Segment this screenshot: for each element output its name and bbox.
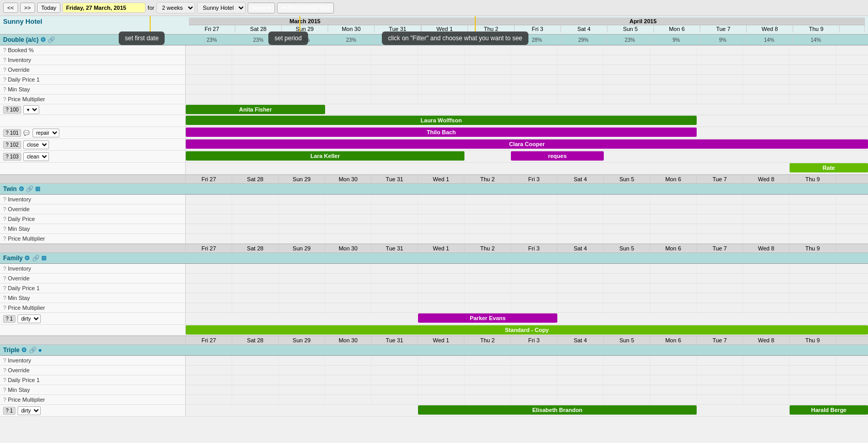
empty-cell[interactable]	[464, 234, 511, 243]
empty-cell[interactable]	[790, 204, 836, 214]
empty-cell[interactable]	[557, 204, 604, 214]
empty-cell[interactable]	[418, 234, 464, 243]
empty-cell[interactable]	[186, 234, 232, 243]
empty-cell[interactable]	[650, 395, 697, 404]
empty-cell[interactable]	[372, 45, 418, 55]
family-room-1-status[interactable]: dirty	[18, 314, 41, 323]
empty-cell[interactable]	[232, 214, 279, 224]
empty-cell[interactable]	[464, 356, 511, 365]
triple-settings-icon[interactable]: ⚙	[21, 346, 27, 354]
empty-cell[interactable]	[325, 274, 372, 283]
empty-cell[interactable]	[464, 204, 511, 214]
empty-cell[interactable]	[790, 375, 836, 385]
empty-cell[interactable]	[464, 366, 511, 375]
empty-cell[interactable]	[650, 94, 697, 104]
empty-cell[interactable]	[464, 65, 511, 74]
empty-cell[interactable]	[511, 94, 557, 104]
empty-cell[interactable]	[464, 303, 511, 312]
empty-cell[interactable]	[511, 195, 557, 204]
empty-cell[interactable]	[604, 65, 650, 74]
empty-cell[interactable]	[186, 45, 232, 55]
empty-cell[interactable]	[232, 224, 279, 233]
empty-cell[interactable]	[650, 234, 697, 243]
empty-cell[interactable]	[650, 224, 697, 233]
empty-cell[interactable]	[790, 395, 836, 404]
triple-link-icon[interactable]: 🔗	[29, 346, 37, 354]
empty-cell[interactable]	[557, 283, 604, 293]
empty-cell[interactable]	[232, 385, 279, 394]
empty-cell[interactable]	[464, 55, 511, 65]
empty-cell[interactable]	[650, 293, 697, 303]
empty-cell[interactable]	[418, 375, 464, 385]
family-link-icon[interactable]: 🔗	[32, 255, 40, 262]
empty-cell[interactable]	[232, 204, 279, 214]
empty-cell[interactable]	[790, 234, 836, 243]
empty-cell[interactable]	[790, 85, 836, 94]
empty-cell[interactable]	[697, 366, 743, 375]
empty-cell[interactable]	[790, 75, 836, 84]
empty-cell[interactable]	[232, 65, 279, 74]
empty-cell[interactable]	[743, 45, 790, 55]
triple-room-1-status[interactable]: dirty	[18, 406, 41, 415]
empty-cell[interactable]	[325, 366, 372, 375]
empty-cell[interactable]	[279, 395, 325, 404]
empty-cell[interactable]	[418, 366, 464, 375]
empty-cell[interactable]	[604, 195, 650, 204]
empty-cell[interactable]	[790, 224, 836, 233]
empty-cell[interactable]	[650, 214, 697, 224]
empty-cell[interactable]	[743, 234, 790, 243]
empty-cell[interactable]	[511, 234, 557, 243]
empty-cell[interactable]	[697, 224, 743, 233]
empty-cell[interactable]	[279, 45, 325, 55]
twin-link-icon[interactable]: 🔗	[26, 185, 34, 193]
empty-cell[interactable]	[279, 65, 325, 74]
empty-cell[interactable]	[557, 293, 604, 303]
clara-cooper-bar[interactable]: Clara Cooper	[186, 139, 868, 149]
empty-cell[interactable]	[790, 65, 836, 74]
empty-cell[interactable]	[650, 55, 697, 65]
empty-cell[interactable]	[325, 375, 372, 385]
empty-cell[interactable]	[604, 385, 650, 394]
empty-cell[interactable]	[604, 274, 650, 283]
empty-cell[interactable]	[418, 356, 464, 365]
twin-settings-icon[interactable]: ⚙	[19, 185, 24, 193]
empty-cell[interactable]	[511, 375, 557, 385]
empty-cell[interactable]	[697, 293, 743, 303]
empty-cell[interactable]	[325, 195, 372, 204]
empty-cell[interactable]	[511, 85, 557, 94]
settings-icon[interactable]: ⚙	[40, 36, 46, 43]
empty-cell[interactable]	[650, 45, 697, 55]
empty-cell[interactable]	[372, 375, 418, 385]
empty-cell[interactable]	[186, 366, 232, 375]
empty-cell[interactable]	[743, 293, 790, 303]
empty-cell[interactable]	[557, 65, 604, 74]
empty-cell[interactable]	[232, 293, 279, 303]
empty-cell[interactable]	[372, 356, 418, 365]
next-button[interactable]: >>	[20, 3, 35, 13]
empty-cell[interactable]	[279, 274, 325, 283]
empty-cell[interactable]	[418, 395, 464, 404]
empty-cell[interactable]	[790, 45, 836, 55]
empty-cell[interactable]	[464, 385, 511, 394]
empty-cell[interactable]	[279, 366, 325, 375]
anita-fisher-bar[interactable]: Anita Fisher	[186, 105, 325, 114]
empty-cell[interactable]	[279, 75, 325, 84]
show-button[interactable]: Show ▾	[248, 3, 275, 13]
empty-cell[interactable]	[650, 375, 697, 385]
empty-cell[interactable]	[604, 204, 650, 214]
empty-cell[interactable]	[464, 214, 511, 224]
empty-cell[interactable]	[743, 224, 790, 233]
empty-cell[interactable]	[325, 214, 372, 224]
empty-cell[interactable]	[511, 224, 557, 233]
empty-cell[interactable]	[557, 234, 604, 243]
empty-cell[interactable]	[464, 94, 511, 104]
empty-cell[interactable]	[418, 195, 464, 204]
empty-cell[interactable]	[186, 204, 232, 214]
empty-cell[interactable]	[557, 366, 604, 375]
empty-cell[interactable]	[743, 214, 790, 224]
empty-cell[interactable]	[511, 366, 557, 375]
empty-cell[interactable]	[418, 204, 464, 214]
empty-cell[interactable]	[697, 395, 743, 404]
empty-cell[interactable]	[511, 385, 557, 394]
empty-cell[interactable]	[186, 85, 232, 94]
